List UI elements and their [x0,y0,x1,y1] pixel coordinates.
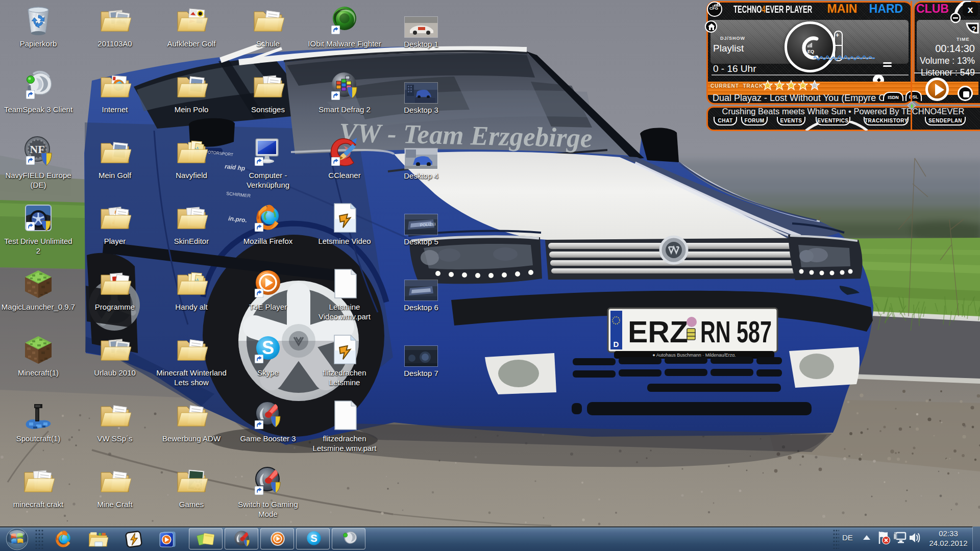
svg-text:RN 587: RN 587 [700,315,772,349]
svg-text:ERZ: ERZ [628,315,688,349]
svg-text:S: S [310,533,317,544]
svg-text:D: D [614,340,619,348]
